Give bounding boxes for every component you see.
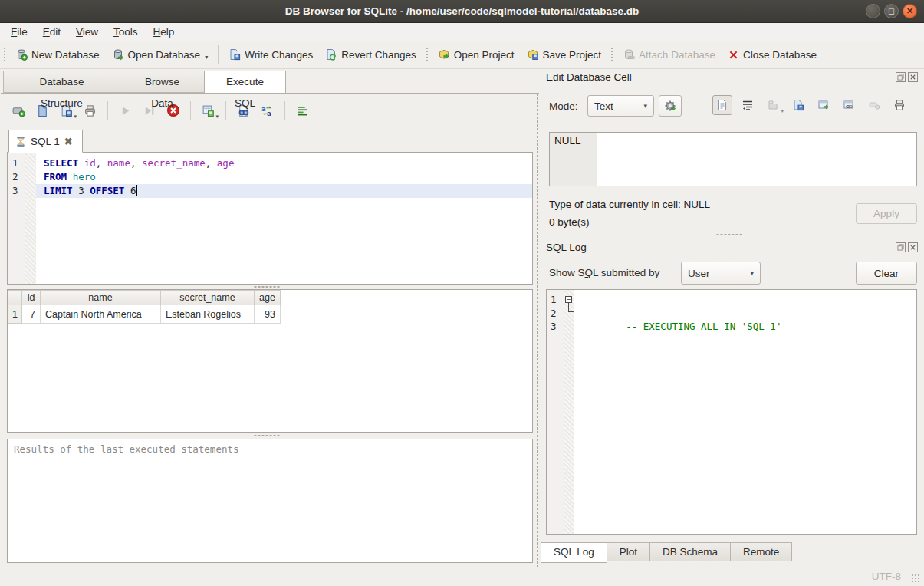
new-database-button[interactable]: New Database	[9, 44, 106, 64]
menu-help[interactable]: Help	[146, 25, 182, 39]
column-header-id[interactable]: id	[22, 291, 41, 305]
save-project-icon	[527, 48, 539, 61]
sql-code-editor[interactable]: 1 2 3 SELECT id, name, secret_name, age …	[7, 153, 533, 285]
close-dock-icon[interactable]	[908, 72, 918, 82]
save-results-button[interactable]: ▾	[198, 100, 219, 120]
vertical-splitter[interactable]	[535, 93, 540, 567]
minimize-button[interactable]: –	[866, 4, 880, 18]
log-line: − -- EXECUTING ALL IN 'SQL 1'	[574, 293, 916, 307]
cell-value-editor[interactable]: NULL	[549, 132, 917, 186]
word-wrap-button[interactable]	[738, 95, 758, 115]
menubar: File Edit View Tools Help	[0, 23, 924, 41]
corner-header[interactable]	[8, 291, 22, 305]
sql-log-dock-buttons	[896, 242, 918, 252]
splitter-handle[interactable]	[716, 232, 742, 237]
attach-database-button[interactable]: Attach Database	[617, 44, 722, 64]
column-header-name[interactable]: name	[41, 291, 161, 305]
menu-view[interactable]: View	[68, 25, 106, 39]
sql-log-filter-select[interactable]: User ▾	[681, 262, 761, 285]
menu-file[interactable]: File	[3, 25, 35, 39]
apply-button[interactable]: Apply	[856, 203, 917, 224]
execute-all-button[interactable]	[115, 100, 136, 120]
cell-secret-name[interactable]: Esteban Rogelios	[161, 305, 255, 324]
print-sql-button[interactable]	[80, 100, 100, 120]
edit-cell-dock-title: Edit Database Cell	[546, 71, 632, 83]
database-open-icon	[112, 48, 124, 61]
text-mode-button[interactable]	[712, 95, 732, 115]
save-project-button[interactable]: Save Project	[521, 44, 608, 64]
sql-document-tab[interactable]: SQL 1 ✖	[8, 130, 83, 153]
code-line: SELECT id, name, secret_name, age	[36, 156, 532, 170]
code-area[interactable]: SELECT id, name, secret_name, age FROM h…	[36, 153, 532, 284]
cell-age[interactable]: 93	[255, 305, 281, 324]
toolbar-grip[interactable]	[426, 47, 429, 62]
app-window: DB Browser for SQLite - /home/user/code/…	[0, 0, 924, 586]
set-null-button[interactable]	[864, 95, 884, 115]
dock-tab-remote[interactable]: Remote	[731, 542, 792, 561]
titlebar[interactable]: DB Browser for SQLite - /home/user/code/…	[0, 0, 924, 23]
mode-select[interactable]: Text ▾	[587, 95, 654, 117]
maximize-button[interactable]: ◻	[884, 4, 899, 18]
chevron-down-icon: ▾	[215, 114, 219, 120]
tab-database-structure[interactable]: Database Structure	[3, 71, 120, 93]
new-tab-icon	[12, 104, 25, 117]
encoding-indicator[interactable]: UTF-8	[872, 571, 901, 582]
format-sql-button[interactable]	[292, 100, 313, 120]
results-grid[interactable]: id name secret_name age 1 7 Captain Nort…	[7, 289, 533, 433]
sql-log-view[interactable]: 1 2 3 − -- EXECUTING ALL IN 'SQL 1' --	[546, 289, 917, 535]
write-changes-icon	[229, 48, 241, 61]
dock-tab-db-schema[interactable]: DB Schema	[650, 542, 731, 561]
float-dock-icon[interactable]	[896, 72, 906, 82]
cell-id[interactable]: 7	[22, 305, 41, 324]
column-header-secret-name[interactable]: secret_name	[161, 291, 255, 305]
copy-link-button[interactable]	[839, 95, 859, 115]
clear-log-button[interactable]: Clear	[856, 262, 917, 285]
line-number: 3	[12, 184, 25, 198]
chevron-down-icon: ▾	[781, 108, 784, 114]
tab-browse-data[interactable]: Browse Data	[120, 71, 204, 93]
log-line: --	[574, 307, 916, 321]
write-changes-button[interactable]: Write Changes	[222, 44, 319, 64]
sql-log-dock-title: SQL Log	[546, 242, 587, 253]
column-header-age[interactable]: age	[255, 291, 281, 305]
dock-tab-sql-log[interactable]: SQL Log	[541, 542, 607, 563]
open-project-button[interactable]: Open Project	[432, 44, 521, 64]
sql-tab-label: SQL 1	[31, 136, 60, 147]
splitter-handle[interactable]	[254, 433, 280, 438]
close-tab-icon[interactable]: ✖	[64, 136, 73, 147]
dock-tab-plot[interactable]: Plot	[607, 542, 650, 561]
close-database-button[interactable]: Close Database	[722, 45, 823, 64]
close-dock-icon[interactable]	[908, 242, 918, 252]
open-database-button[interactable]: Open Database ▾	[106, 44, 215, 64]
row-header[interactable]: 1	[8, 305, 22, 324]
mode-label: Mode:	[549, 100, 578, 112]
toolbar-grip[interactable]	[3, 47, 6, 62]
cell-name[interactable]: Captain North America	[41, 305, 161, 324]
float-dock-icon[interactable]	[896, 242, 906, 252]
resize-grip[interactable]	[911, 574, 921, 584]
new-sql-tab-button[interactable]	[8, 100, 29, 120]
edit-cell-dock-buttons	[896, 72, 918, 82]
menu-tools[interactable]: Tools	[106, 25, 146, 39]
close-button[interactable]: ✕	[903, 4, 917, 18]
code-line: FROM hero	[36, 170, 532, 184]
menu-edit[interactable]: Edit	[35, 25, 68, 39]
export-data-button[interactable]	[788, 95, 808, 115]
toolbar-separator	[107, 101, 108, 120]
statusbar: UTF-8	[0, 568, 924, 586]
auto-apply-button[interactable]	[659, 95, 682, 117]
toolbar-grip[interactable]	[610, 47, 613, 62]
execution-results-message[interactable]: Results of the last executed statements	[7, 439, 533, 563]
replace-button[interactable]: aa	[257, 100, 278, 120]
print-cell-button[interactable]	[889, 95, 909, 115]
tab-execute-sql[interactable]: Execute SQL	[204, 71, 286, 94]
open-external-button[interactable]	[814, 95, 834, 115]
close-database-icon	[728, 49, 739, 61]
chevron-down-icon: ▾	[74, 114, 77, 120]
show-sql-label: Show SQL submitted by	[549, 267, 659, 278]
table-row[interactable]: 1 7 Captain North America Esteban Rogeli…	[8, 305, 281, 324]
import-data-button[interactable]: ▾	[763, 95, 783, 115]
database-new-icon	[15, 48, 28, 61]
revert-changes-button[interactable]: Revert Changes	[319, 44, 423, 64]
main-toolbar: New Database Open Database ▾ Write Chang…	[0, 41, 924, 69]
